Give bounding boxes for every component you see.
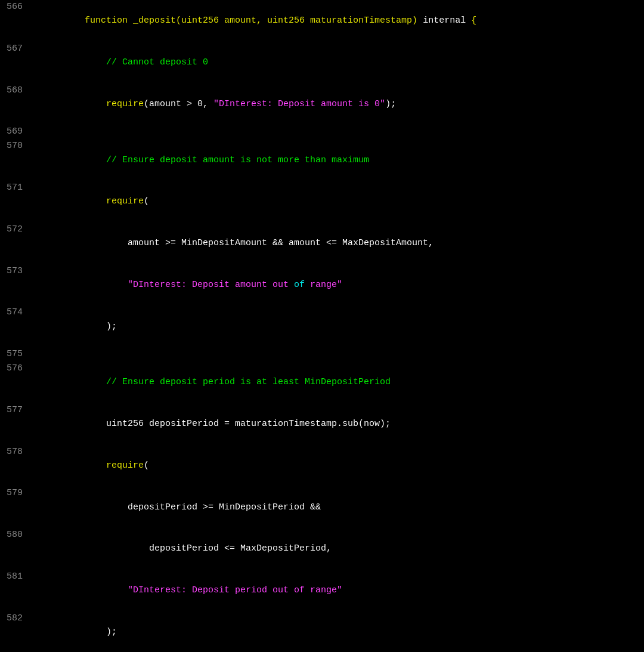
code-line-572: 572 amount >= MinDepositAmount && amount… xyxy=(0,223,644,264)
line-content: ); xyxy=(31,611,644,653)
line-number: 573 xyxy=(0,264,31,278)
line-content: function _deposit(uint256 amount, uint25… xyxy=(31,0,644,42)
code-line-569: 569 xyxy=(0,125,644,139)
code-token: ( xyxy=(144,196,149,206)
code-line-580: 580 depositPeriod <= MaxDepositPeriod, xyxy=(0,528,644,570)
line-number: 574 xyxy=(0,305,31,319)
line-content: // Cannot deposit 0 xyxy=(31,42,644,84)
code-line-581: 581 "DInterest: Deposit period out of ra… xyxy=(0,570,644,611)
line-content: // Ensure deposit amount is not more tha… xyxy=(31,139,644,181)
line-number: 581 xyxy=(0,570,31,583)
code-token: depositPeriod >= MinDepositPeriod && xyxy=(63,502,321,512)
code-line-568: 568 require(amount > 0, "DInterest: Depo… xyxy=(0,84,644,125)
code-line-576: 576 // Ensure deposit period is at least… xyxy=(0,361,644,403)
code-line-574: 574 ); xyxy=(0,305,644,347)
code-line-582: 582 ); xyxy=(0,611,644,653)
code-token: require xyxy=(63,196,144,206)
code-token: // Cannot deposit 0 xyxy=(63,57,208,67)
code-token: (amount > 0, xyxy=(144,99,213,109)
code-token xyxy=(63,280,128,290)
code-line-566: 566 function _deposit(uint256 amount, ui… xyxy=(0,0,644,42)
code-token: internal xyxy=(423,16,466,26)
line-number: 576 xyxy=(0,361,31,375)
code-token: ( xyxy=(144,461,149,471)
code-token: uint256 depositPeriod = maturationTimest… xyxy=(63,419,391,429)
line-content xyxy=(31,125,644,138)
code-token: require xyxy=(63,461,144,471)
code-line-567: 567 // Cannot deposit 0 xyxy=(0,42,644,84)
line-content: uint256 depositPeriod = maturationTimest… xyxy=(31,403,644,445)
line-content: "DInterest: Deposit period out of range" xyxy=(31,570,644,611)
code-token: { xyxy=(466,16,476,26)
code-token: depositPeriod <= MaxDepositPeriod, xyxy=(63,543,332,554)
line-content: require(amount > 0, "DInterest: Deposit … xyxy=(31,84,644,125)
line-number: 567 xyxy=(0,42,31,55)
code-token: ); xyxy=(63,627,117,637)
code-token: ); xyxy=(385,99,396,109)
code-line-570: 570 // Ensure deposit amount is not more… xyxy=(0,139,644,181)
line-content: depositPeriod <= MaxDepositPeriod, xyxy=(31,528,644,570)
line-number: 570 xyxy=(0,139,31,153)
line-number: 566 xyxy=(0,0,31,14)
line-number: 569 xyxy=(0,125,31,138)
code-viewer: 566 function _deposit(uint256 amount, ui… xyxy=(0,0,644,652)
code-token: // Ensure deposit period is at least Min… xyxy=(63,377,391,387)
code-token: "DInterest: Deposit period out of range" xyxy=(128,585,342,595)
line-number: 568 xyxy=(0,84,31,97)
code-token xyxy=(63,585,128,595)
line-number: 572 xyxy=(0,223,31,236)
code-token: function _deposit(uint256 amount, uint25… xyxy=(63,16,423,26)
line-content: amount >= MinDepositAmount && amount <= … xyxy=(31,223,644,264)
code-line-578: 578 require( xyxy=(0,445,644,487)
line-number: 575 xyxy=(0,347,31,361)
line-content: depositPeriod >= MinDepositPeriod && xyxy=(31,486,644,528)
code-token: "DInterest: Deposit amount out of range" xyxy=(128,280,342,290)
line-number: 577 xyxy=(0,403,31,417)
line-number: 578 xyxy=(0,445,31,459)
code-line-577: 577 uint256 depositPeriod = maturationTi… xyxy=(0,403,644,445)
line-content: require( xyxy=(31,445,644,487)
code-token: amount >= MinDepositAmount && amount <= … xyxy=(63,238,434,248)
code-line-571: 571 require( xyxy=(0,181,644,223)
code-line-575: 575 xyxy=(0,347,644,361)
line-number: 579 xyxy=(0,486,31,500)
line-number: 582 xyxy=(0,611,31,625)
code-token: ); xyxy=(63,322,117,332)
line-number: 571 xyxy=(0,181,31,194)
code-token: "DInterest: Deposit amount is 0" xyxy=(213,99,385,109)
code-line-573: 573 "DInterest: Deposit amount out of ra… xyxy=(0,264,644,306)
line-content: require( xyxy=(31,181,644,223)
code-token: // Ensure deposit amount is not more tha… xyxy=(63,155,369,165)
code-token: require xyxy=(63,99,144,109)
line-content: // Ensure deposit period is at least Min… xyxy=(31,361,644,403)
line-content: ); xyxy=(31,305,644,347)
code-line-579: 579 depositPeriod >= MinDepositPeriod && xyxy=(0,486,644,528)
line-content xyxy=(31,347,644,361)
line-content: "DInterest: Deposit amount out of range" xyxy=(31,264,644,306)
line-number: 580 xyxy=(0,528,31,542)
